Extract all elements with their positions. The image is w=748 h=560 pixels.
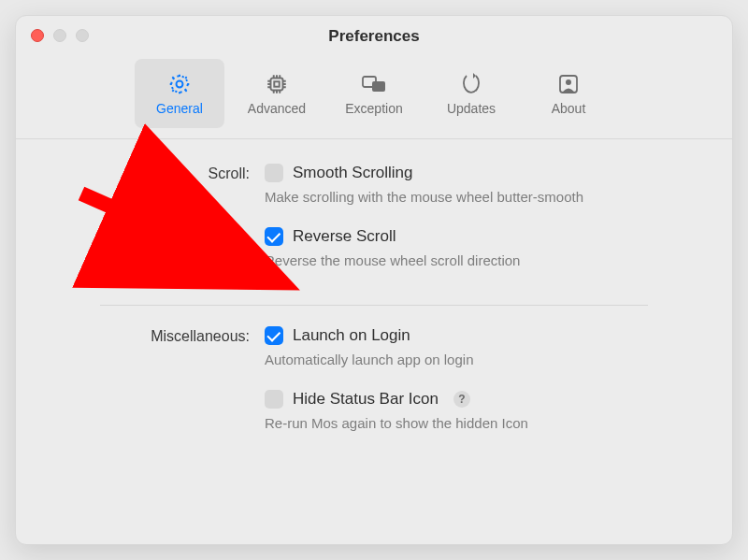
checkbox-smooth-scrolling[interactable] xyxy=(265,164,283,182)
person-icon xyxy=(555,71,582,97)
refresh-icon xyxy=(458,71,484,97)
checkbox-hide-status-bar-icon[interactable] xyxy=(265,390,283,409)
option-description: Reverse the mouse wheel scroll direction xyxy=(265,251,592,270)
svg-point-1 xyxy=(171,76,187,92)
option-reverse-scroll: Reverse Scroll Reverse the mouse wheel s… xyxy=(265,227,648,270)
minimize-button[interactable] xyxy=(53,29,66,42)
checkbox-reverse-scroll[interactable] xyxy=(265,227,283,246)
section-scroll: Scroll: Smooth Scrolling Make scrolling … xyxy=(100,164,648,292)
tab-label: Updates xyxy=(447,101,496,116)
tab-updates[interactable]: Updates xyxy=(426,59,516,128)
tab-label: About xyxy=(552,101,586,116)
titlebar: Preferences xyxy=(16,16,732,57)
svg-rect-5 xyxy=(372,81,385,92)
svg-point-0 xyxy=(177,81,183,88)
option-description: Automatically launch app on login xyxy=(265,351,592,369)
divider xyxy=(100,305,648,306)
option-launch-on-login: Launch on Login Automatically launch app… xyxy=(265,326,648,369)
window-controls xyxy=(31,29,89,42)
checkbox-launch-on-login[interactable] xyxy=(265,326,283,345)
option-description: Re-run Mos again to show the hidden Icon xyxy=(265,414,592,433)
preferences-window: Preferences General xyxy=(15,15,733,545)
window-title: Preferences xyxy=(16,27,732,46)
option-label: Smooth Scrolling xyxy=(293,164,413,182)
tab-about[interactable]: About xyxy=(524,59,613,128)
tab-label: Exception xyxy=(345,101,402,116)
help-icon[interactable]: ? xyxy=(453,391,470,408)
preferences-toolbar: General Advanced xyxy=(16,57,732,139)
option-description: Make scrolling with the mouse wheel butt… xyxy=(265,188,592,207)
tab-label: Advanced xyxy=(248,101,306,116)
windows-icon xyxy=(361,71,387,97)
svg-rect-3 xyxy=(274,81,279,86)
section-miscellaneous: Miscellaneous: Launch on Login Automatic… xyxy=(100,326,648,454)
tab-advanced[interactable]: Advanced xyxy=(232,59,322,128)
preferences-content: Scroll: Smooth Scrolling Make scrolling … xyxy=(16,139,732,504)
svg-rect-2 xyxy=(271,79,283,91)
section-label-misc: Miscellaneous: xyxy=(100,326,250,345)
close-button[interactable] xyxy=(31,29,44,42)
option-smooth-scrolling: Smooth Scrolling Make scrolling with the… xyxy=(265,164,648,207)
zoom-button[interactable] xyxy=(76,29,89,42)
option-label: Reverse Scroll xyxy=(293,227,396,246)
tab-general[interactable]: General xyxy=(135,59,224,128)
option-label: Hide Status Bar Icon xyxy=(293,390,439,409)
section-label-scroll: Scroll: xyxy=(100,164,250,182)
option-label: Launch on Login xyxy=(293,326,410,345)
svg-point-7 xyxy=(566,79,571,85)
chip-icon xyxy=(264,71,290,97)
tab-label: General xyxy=(156,101,203,116)
gear-icon xyxy=(166,71,193,97)
option-hide-status-bar-icon: Hide Status Bar Icon ? Re-run Mos again … xyxy=(265,390,648,433)
tab-exception[interactable]: Exception xyxy=(329,59,419,128)
